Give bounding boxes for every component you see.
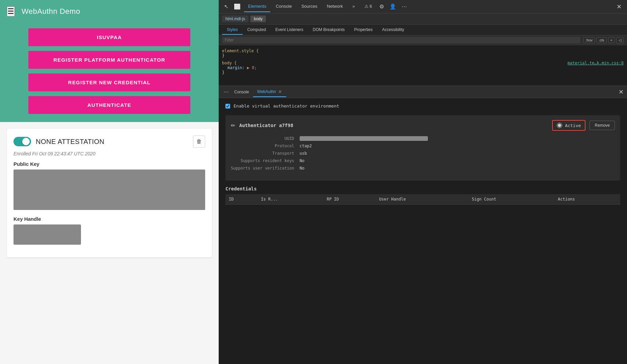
css-link-material[interactable]: material.te…k.min.css:8: [568, 61, 624, 65]
active-label: Active: [565, 123, 581, 128]
properties-tab[interactable]: Properties: [349, 25, 377, 35]
toggle-switch[interactable]: [13, 137, 31, 146]
devtools-top-bar: ↖ ⬜ Elements Console Sources Network » ⚠…: [219, 0, 627, 13]
col-id: ID: [225, 194, 257, 205]
transport-label: Transport: [231, 151, 294, 156]
card-header: NONE ATTESTATION 🗑: [13, 135, 205, 148]
styles-filter-bar: :hov .cls + ◁: [219, 35, 627, 45]
authenticate-button[interactable]: AUTHENTICATE: [28, 96, 190, 114]
add-style-button[interactable]: +: [608, 37, 615, 43]
credential-card: NONE ATTESTATION 🗑 Enrolled Fri Oct 09 2…: [7, 129, 212, 257]
html-breadcrumb: html.mdl-js body: [219, 13, 627, 25]
css-rule-element-style: element.style { }: [222, 49, 624, 58]
styles-filter-actions: :hov .cls + ◁: [583, 37, 624, 43]
button-area: ISUVPAA REGISTER PLATFORM AUTHENTICATOR …: [0, 23, 219, 122]
body-tag-button[interactable]: body: [250, 16, 266, 22]
css-property-margin: margin: ▶ 0;: [222, 65, 257, 70]
delete-credential-button[interactable]: 🗑: [193, 135, 205, 148]
more-options-icon[interactable]: ⋯: [400, 2, 409, 11]
tab-elements[interactable]: Elements: [244, 1, 270, 12]
panel-more-button[interactable]: ⋯: [222, 87, 230, 96]
webauthn-tab-label: WebAuthn: [257, 89, 276, 94]
credentials-table: ID Is R... RP ID User Handle Sign Count …: [225, 194, 620, 205]
enrolled-date: Enrolled Fri Oct 09 22:43:47 UTC 2020: [13, 151, 205, 156]
isuvpaa-button[interactable]: ISUVPAA: [28, 28, 190, 46]
app-title: WebAuthn Demo: [22, 7, 80, 16]
left-panel: ☰ WebAuthn Demo ISUVPAA REGISTER PLATFOR…: [0, 0, 219, 364]
hov-button[interactable]: :hov: [583, 37, 595, 43]
edit-authenticator-icon[interactable]: ✏: [231, 122, 235, 129]
credentials-title: Credentials: [225, 186, 620, 191]
webauthn-tab-bottom[interactable]: WebAuthn ✕: [253, 87, 286, 97]
credential-card-title: NONE ATTESTATION: [36, 138, 105, 146]
credentials-section: Credentials ID Is R... RP ID User Handle…: [225, 186, 620, 205]
uuid-value-bar: [300, 136, 428, 141]
css-close-brace-2: }: [222, 70, 224, 75]
devtools-panel: ↖ ⬜ Elements Console Sources Network » ⚠…: [219, 0, 627, 364]
styles-content: element.style { } body { material.te…k.m…: [219, 45, 627, 86]
transport-value: usb: [300, 151, 615, 156]
feedback-icon[interactable]: 👤: [387, 2, 398, 11]
device-toggle-icon[interactable]: ⬜: [232, 2, 243, 11]
user-verification-label: Supports user verification: [231, 166, 294, 171]
css-rule-body: body { material.te…k.min.css:8 margin: ▶…: [222, 61, 624, 75]
enable-virtual-row: Enable virtual authenticator environment: [225, 103, 620, 109]
elements-panel: html.mdl-js body Styles Computed Event L…: [219, 13, 627, 86]
webauthn-tab-close[interactable]: ✕: [278, 89, 282, 94]
toggle-track: [13, 137, 31, 146]
webauthn-panel-close[interactable]: ✕: [619, 88, 624, 96]
styles-filter-input[interactable]: [222, 37, 580, 43]
css-selector-body: body {: [222, 61, 237, 65]
authenticator-header: ✏ Authenticator a7f98 Active Remove: [231, 120, 615, 131]
event-listeners-tab[interactable]: Event Listeners: [271, 25, 308, 35]
tab-sources[interactable]: Sources: [297, 1, 322, 12]
webauthn-tab-bar: ⋯ Console WebAuthn ✕ ✕: [219, 86, 627, 98]
credentials-area: NONE ATTESTATION 🗑 Enrolled Fri Oct 09 2…: [0, 122, 219, 364]
toggle-thumb: [22, 138, 30, 145]
app-header: ☰ WebAuthn Demo: [0, 0, 219, 23]
toggle-button[interactable]: ◁: [616, 37, 624, 43]
resident-keys-label: Supports resident keys: [231, 158, 294, 163]
warning-count[interactable]: ⚠ 6: [360, 1, 376, 12]
tab-more[interactable]: »: [348, 1, 359, 12]
user-verification-value: No: [300, 166, 615, 171]
public-key-label: Public Key: [13, 161, 205, 167]
computed-tab[interactable]: Computed: [243, 25, 271, 35]
remove-authenticator-button[interactable]: Remove: [590, 121, 615, 130]
accessibility-tab[interactable]: Accessibility: [377, 25, 409, 35]
devtools-close-button[interactable]: ✕: [615, 2, 624, 12]
css-selector-element: element.style {: [222, 49, 258, 53]
html-tag-button[interactable]: html.mdl-js: [222, 16, 248, 22]
cls-button[interactable]: .cls: [596, 37, 607, 43]
active-radio[interactable]: [557, 123, 562, 128]
css-close-brace-1: }: [222, 53, 224, 58]
authenticator-section: ✏ Authenticator a7f98 Active Remove UUID…: [225, 115, 620, 181]
console-tab-bottom[interactable]: Console: [230, 88, 253, 96]
enable-virtual-label: Enable virtual authenticator environment: [234, 103, 339, 109]
col-is-r: Is R...: [257, 194, 323, 205]
webauthn-panel: ⋯ Console WebAuthn ✕ ✕ Enable virtual au…: [219, 86, 627, 364]
authenticator-name: Authenticator a7f98: [239, 123, 548, 128]
enable-virtual-checkbox[interactable]: [225, 104, 230, 109]
settings-icon[interactable]: ⚙: [377, 2, 386, 11]
register-platform-button[interactable]: REGISTER PLATFORM AUTHENTICATOR: [28, 51, 190, 69]
webauthn-content: Enable virtual authenticator environment…: [219, 98, 627, 364]
inspect-element-icon[interactable]: ↖: [222, 2, 230, 11]
active-radio-container: Active: [552, 120, 585, 131]
key-handle-label: Key Handle: [13, 216, 205, 222]
styles-panel-tabs: Styles Computed Event Listeners DOM Brea…: [219, 25, 627, 35]
card-header-left: NONE ATTESTATION: [13, 137, 105, 146]
col-actions: Actions: [554, 194, 620, 205]
uuid-label: UUID: [231, 136, 294, 141]
col-user-handle: User Handle: [376, 194, 468, 205]
col-sign-count: Sign Count: [468, 194, 554, 205]
dom-breakpoints-tab[interactable]: DOM Breakpoints: [308, 25, 350, 35]
tab-console[interactable]: Console: [272, 1, 296, 12]
auth-fields: UUID Protocol ctap2 Transport usb Suppor…: [231, 136, 615, 171]
protocol-label: Protocol: [231, 144, 294, 148]
tab-network[interactable]: Network: [323, 1, 347, 12]
hamburger-icon[interactable]: ☰: [7, 6, 15, 17]
key-handle-data: [13, 224, 81, 245]
styles-tab[interactable]: Styles: [222, 25, 243, 35]
register-new-credential-button[interactable]: REGISTER NEW CREDENTIAL: [28, 73, 190, 91]
